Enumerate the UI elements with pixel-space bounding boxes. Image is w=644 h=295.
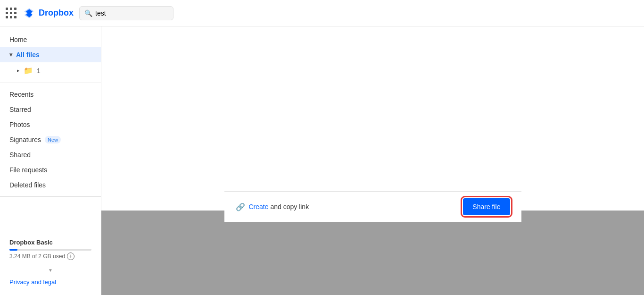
search-bar[interactable]: 🔍 [79,6,173,20]
sidebar-item-all-files[interactable]: ▾ All files [0,47,101,62]
topbar: Dropbox 🔍 [0,0,644,26]
sidebar-item-label: 1 [37,67,41,75]
sidebar-item-label: Signatures [9,136,41,143]
storage-used-text: 3.24 MB of 2 GB used [9,253,65,260]
sidebar-item-photos[interactable]: Photos [0,117,101,132]
create-link-button[interactable]: Create [249,203,269,211]
search-icon: 🔍 [84,9,92,17]
sidebar-item-home[interactable]: Home [0,32,101,47]
share-file-button[interactable]: Share file [463,198,510,215]
sidebar-item-label: Home [9,36,27,43]
storage-add-button[interactable]: + [67,253,74,260]
storage-bar-fill [9,249,17,251]
sidebar-item-label: All files [16,51,40,59]
sidebar-item-shared[interactable]: Shared [0,147,101,162]
sidebar-item-label: File requests [9,166,47,174]
modal-upper [101,26,644,211]
sidebar-divider-2 [0,196,101,197]
create-link-area: 🔗 Create and copy link [236,202,309,211]
new-badge: New [45,136,61,143]
sidebar-scroll-down[interactable]: ▼ [0,266,101,275]
chevron-down-icon: ▾ [9,51,12,58]
storage-section: Dropbox Basic 3.24 MB of 2 GB used + [0,233,101,266]
content-area: 🔗 Create and copy link Share file [101,26,644,295]
chevron-right-icon: ▸ [17,67,20,74]
sidebar-item-starred[interactable]: Starred [0,102,101,117]
modal-bottom-bar: 🔗 Create and copy link Share file [224,191,521,222]
sidebar-item-label: Recents [9,91,33,98]
dropbox-diamond-icon [23,7,36,20]
folder-icon: 📁 [24,66,33,75]
sidebar-divider [0,83,101,83]
dropbox-logo-text: Dropbox [39,8,74,18]
create-link-text: Create and copy link [249,203,309,211]
dropbox-logo[interactable]: Dropbox [23,7,74,20]
storage-info: 3.24 MB of 2 GB used + [9,253,91,260]
sidebar-item-label: Deleted files [9,181,46,189]
storage-title: Dropbox Basic [9,239,91,246]
sidebar-item-label: Photos [9,121,30,128]
sidebar-item-label: Starred [9,106,31,113]
storage-bar-bg [9,249,91,251]
sidebar-item-label: Shared [9,151,31,159]
create-link-suffix: and copy link [269,203,309,211]
sidebar-item-file-requests[interactable]: File requests [0,162,101,177]
sidebar-item-recents[interactable]: Recents [0,87,101,102]
link-icon: 🔗 [236,202,245,211]
search-input[interactable] [95,9,161,17]
main-layout: Home ▾ All files ▸ 📁 1 Recents Starred P… [0,26,644,295]
sidebar-item-signatures[interactable]: Signatures New [0,132,101,147]
privacy-link[interactable]: Privacy and legal [0,275,101,289]
sidebar-item-deleted-files[interactable]: Deleted files [0,177,101,193]
sidebar: Home ▾ All files ▸ 📁 1 Recents Starred P… [0,26,101,295]
apps-icon[interactable] [6,8,17,19]
sidebar-item-folder-1[interactable]: ▸ 📁 1 [0,62,101,79]
